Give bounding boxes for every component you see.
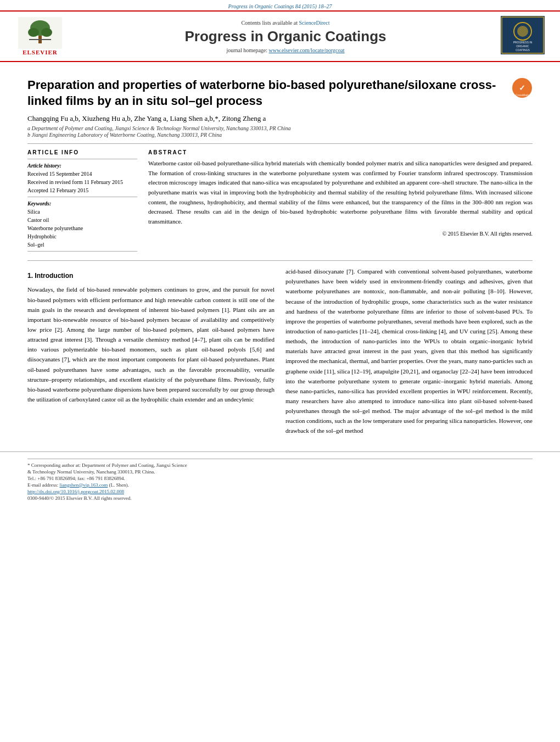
article-area: Preparation and properties of waterborne…: [0, 62, 560, 446]
contents-available: Contents lists available at ScienceDirec…: [76, 20, 495, 26]
elsevier-logo-area: ELSEVIER: [10, 17, 70, 55]
body-content: 1. Introduction Nowadays, the field of b…: [27, 260, 533, 440]
title-divider: [27, 143, 533, 144]
info-divider-1: [27, 159, 137, 159]
issn-line: 0300-9440/© 2015 Elsevier B.V. All right…: [27, 495, 533, 501]
article-title: Preparation and properties of waterborne…: [27, 77, 506, 109]
svg-point-2: [28, 28, 39, 37]
abstract-title: ABSTRACT: [148, 149, 533, 155]
keyword-5: Sol–gel: [27, 241, 137, 249]
doi-line: http://dx.doi.org/10.1016/j.porgcoat.201…: [27, 489, 533, 494]
keyword-1: Silica: [27, 208, 137, 216]
elsevier-tree-icon: [18, 17, 62, 49]
journal-title: Progress in Organic Coatings: [76, 28, 495, 45]
header-area: ELSEVIER Contents lists available at Sci…: [0, 10, 560, 62]
email-suffix: (L. Shen).: [109, 482, 129, 488]
sciencedirect-link[interactable]: ScienceDirect: [299, 20, 329, 26]
journal-homepage-link[interactable]: www.elsevier.com/locate/porgcoat: [269, 47, 345, 53]
corresponding-author-line2: & Technology Normal University, Nanchang…: [27, 469, 533, 475]
page: Progress in Organic Coatings 84 (2015) 1…: [0, 0, 560, 742]
info-abstract-row: ARTICLE INFO Article history: Received 1…: [27, 149, 533, 255]
article-info-title: ARTICLE INFO: [27, 149, 137, 155]
article-info-col: ARTICLE INFO Article history: Received 1…: [27, 149, 137, 255]
copyright-line: © 2015 Elsevier B.V. All rights reserved…: [148, 231, 533, 237]
svg-text:COATINGS: COATINGS: [516, 48, 530, 52]
body-left-col: 1. Introduction Nowadays, the field of b…: [27, 266, 275, 440]
corresponding-author-line1: * Corresponding author at: Department of…: [27, 462, 533, 468]
email-line: E-mail address: liangshen@vip.163.com (L…: [27, 482, 533, 488]
email-link[interactable]: liangshen@vip.163.com: [59, 482, 108, 488]
authors-line: Changqing Fu a,b, Xiuzheng Hu a,b, Zhe Y…: [27, 114, 533, 123]
journal-ref-bar: Progress in Organic Coatings 84 (2015) 1…: [0, 0, 560, 10]
keyword-4: Hydrophobic: [27, 232, 137, 241]
journal-ref-text: Progress in Organic Coatings 84 (2015) 1…: [228, 3, 332, 9]
intro-right-paragraph: acid-based diisocyanate [7]. Compared wi…: [285, 266, 533, 436]
section1-heading: 1. Introduction: [27, 271, 275, 281]
info-divider-3: [27, 251, 137, 252]
journal-cover-area: PROGRESS IN ORGANIC COATINGS: [501, 16, 550, 57]
abstract-col: ABSTRACT Waterborne castor oil-based pol…: [148, 149, 533, 255]
info-divider-2: [27, 197, 137, 197]
received-date: Received 15 September 2014: [27, 170, 137, 178]
revised-date: Received in revised form 11 February 201…: [27, 178, 137, 186]
doi-link[interactable]: http://dx.doi.org/10.1016/j.porgcoat.201…: [27, 489, 124, 494]
svg-rect-5: [29, 39, 51, 40]
svg-text:ORGANIC: ORGANIC: [516, 44, 529, 48]
affiliation-b: b Jiangxi Engineering Laboratory of Wate…: [27, 132, 533, 138]
keywords-label: Keywords:: [27, 200, 137, 207]
accepted-date: Accepted 12 February 2015: [27, 186, 137, 194]
svg-point-3: [41, 28, 52, 37]
affiliation-a: a Department of Polymer and Coating, Jia…: [27, 125, 533, 131]
keyword-2: Castor oil: [27, 216, 137, 224]
journal-cover-icon: PROGRESS IN ORGANIC COATINGS: [501, 16, 545, 54]
keyword-3: Waterborne polyurethane: [27, 224, 137, 232]
elsevier-text: ELSEVIER: [23, 49, 58, 55]
tel-line: Tel.: +86 791 83826894; fax: +86 791 838…: [27, 476, 533, 481]
header-center: Contents lists available at ScienceDirec…: [76, 20, 495, 53]
svg-text:CrossMark: CrossMark: [516, 93, 529, 97]
email-label: E-mail address:: [27, 482, 58, 488]
svg-text:PROGRESS IN: PROGRESS IN: [513, 41, 533, 44]
body-right-col: acid-based diisocyanate [7]. Compared wi…: [285, 266, 533, 440]
crossmark-icon: ✓ CrossMark: [512, 77, 533, 98]
svg-text:✓: ✓: [519, 83, 525, 92]
journal-homepage: journal homepage: www.elsevier.com/locat…: [76, 47, 495, 53]
elsevier-logo: ELSEVIER: [10, 17, 70, 55]
footer-area: * Corresponding author at: Department of…: [0, 451, 560, 506]
footer-divider: [27, 459, 533, 459]
abstract-text: Waterborne castor oil-based polyurethane…: [148, 159, 533, 226]
article-title-section: Preparation and properties of waterborne…: [27, 77, 533, 109]
history-label: Article history:: [27, 163, 137, 169]
intro-left-paragraph: Nowadays, the field of bio-based renewab…: [27, 284, 275, 404]
svg-point-9: [517, 26, 528, 37]
